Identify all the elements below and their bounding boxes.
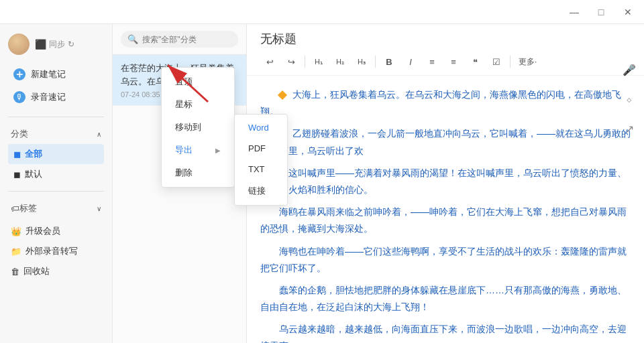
new-note-button[interactable]: ＋ 新建笔记 (8, 64, 104, 84)
star-label: 星标 (175, 98, 193, 111)
microphone-button[interactable]: 🎤 (619, 59, 640, 80)
sidebar-divider-2 (8, 191, 104, 192)
voice-note-button[interactable]: 🎙 录音速记 (8, 87, 104, 107)
checkbox-button[interactable]: ☑ (487, 54, 506, 70)
sidebar-item-trash[interactable]: 🗑 回收站 (0, 261, 112, 281)
chevron-down-icon: ∨ (97, 205, 101, 212)
tags-header[interactable]: 🏷 标签 ∨ (8, 198, 104, 218)
strikethrough-button[interactable]: ≡ (423, 54, 441, 70)
close-button[interactable]: ✕ (614, 0, 641, 24)
avatar[interactable] (8, 33, 30, 55)
main-layout: ⬛ 同步 ↻ ＋ 新建笔记 🎙 录音速记 分类 (0, 24, 644, 343)
h2-button[interactable]: H₂ (331, 54, 350, 70)
all-icon: ◼ (13, 149, 21, 159)
app-window: — □ ✕ ⬛ 同步 ↻ ＋ 新建笔记 (0, 0, 644, 343)
context-menu-item-move[interactable]: 移动到 (162, 116, 234, 139)
toolbar-sep-2 (375, 56, 376, 68)
editor-text-1: 大海上，狂风卷集着乌云。在乌云和大海之间，海燕像黑色的闪电，在高傲地飞翔。 (260, 89, 621, 117)
quote-button[interactable]: ❝ (466, 54, 484, 70)
maximize-button[interactable]: □ (588, 0, 614, 24)
search-input[interactable] (142, 35, 231, 44)
tags-label: 标签 (19, 202, 37, 214)
tags-section: 🏷 标签 ∨ (0, 196, 112, 221)
editor-para-5: 海鸭也在呻吟着——它们这些海鸭啊，享受不了生活的战斗的欢乐：轰隆隆的雷声就把它们… (260, 243, 631, 277)
sidebar-item-default[interactable]: ◼ 默认 (8, 164, 104, 184)
external-label: 外部录音转写 (25, 245, 78, 257)
trash-icon: 🗑 (11, 267, 19, 277)
context-menu: 置顶 星标 移动到 导出 ▶ 删除 (161, 67, 235, 188)
all-label: 全部 (25, 148, 42, 160)
category-header[interactable]: 分类 ∧ (8, 124, 104, 144)
editor-titlebar: 无标题 ↩ ↪ H₁ H₂ H₃ B I ≡ ≡ ❝ ☑ 更多· (247, 24, 644, 76)
voice-note-label: 录音速记 (31, 91, 66, 103)
sidebar-item-all[interactable]: ◼ 全部 (8, 144, 104, 164)
titlebar-controls: — □ ✕ (561, 0, 641, 24)
new-note-label: 新建笔记 (31, 68, 66, 80)
delete-label: 删除 (175, 167, 193, 179)
category-section: 分类 ∧ ◼ 全部 ◼ 默认 (0, 121, 112, 187)
move-label: 移动到 (175, 121, 201, 133)
context-menu-item-export[interactable]: 导出 ▶ (162, 139, 234, 161)
crown-icon: 👑 (11, 226, 21, 236)
share-button[interactable]: ↗ (619, 118, 640, 139)
sync-area: ⬛ 同步 ↻ (35, 39, 74, 50)
share-icon: ↗ (625, 123, 634, 135)
redo-button[interactable]: ↪ (282, 54, 301, 70)
h3-button[interactable]: H₃ (352, 54, 371, 70)
diamond-icon-1 (278, 90, 287, 100)
toolbar-sep-1 (305, 56, 305, 68)
pin-label: 置顶 (175, 76, 193, 88)
italic-button[interactable]: I (401, 54, 420, 70)
tag-icon: 🏷 (11, 204, 19, 214)
default-icon: ◼ (13, 169, 21, 180)
plus-icon: ＋ (13, 68, 25, 80)
mic-icon: 🎙 (13, 91, 25, 103)
sidebar-divider (8, 117, 104, 117)
search-bar: 🔍 (113, 24, 246, 55)
editor-para-4: 海鸥在暴风雨来临之前呻吟着，——呻吟着，它们在大海上飞窜，想把自己对暴风雨的恐惧… (260, 204, 631, 237)
submenu-item-pdf[interactable]: PDF (235, 138, 287, 159)
submenu-item-link[interactable]: 链接 (235, 180, 287, 202)
sidebar-item-upgrade[interactable]: 👑 升级会员 (0, 221, 112, 241)
submenu-item-word[interactable]: Word (235, 117, 287, 138)
sync-spinner-icon: ↻ (68, 40, 74, 49)
search-icon: 🔍 (127, 34, 138, 44)
submenu-arrow-icon: ▶ (215, 147, 221, 154)
export-submenu: Word PDF TXT 链接 (234, 114, 288, 206)
editor-text-7: 乌云越来越暗，越来越低，向海面直压下来，而波浪一边歌唱，一边冲向高空，去迎接雷声… (260, 324, 627, 343)
bold-button[interactable]: B (380, 54, 398, 70)
toolbar-sep-3 (510, 56, 511, 68)
editor-para-6: 蠢笨的企鹅，胆怯地把肥胖的身体躲藏在悬崖底下……只有那高傲的海燕，勇敢地、自由自… (260, 282, 631, 316)
editor-para-2: 乙翅膀碰着波浪，一会儿箭一般地直冲向乌云，它叫喊着，——就在这乌儿勇敢的叫喊声里… (260, 125, 631, 159)
editor-panel: 无标题 ↩ ↪ H₁ H₂ H₃ B I ≡ ≡ ❝ ☑ 更多· (247, 24, 644, 343)
undo-button[interactable]: ↩ (260, 54, 279, 70)
external-icon: 📁 (11, 247, 21, 257)
context-menu-item-star[interactable]: 星标 (162, 93, 234, 116)
context-menu-item-pin[interactable]: 置顶 (162, 70, 234, 93)
bookmark-icon: ⬦ (626, 93, 633, 105)
titlebar: — □ ✕ (0, 0, 644, 24)
upgrade-label: 升级会员 (25, 225, 60, 237)
export-label: 导出 (175, 144, 193, 156)
minimize-button[interactable]: — (561, 0, 588, 24)
submenu-item-txt[interactable]: TXT (235, 159, 287, 180)
list-button[interactable]: ≡ (444, 54, 463, 70)
editor-text-4: 海鸥在暴风雨来临之前呻吟着，——呻吟着，它们在大海上飞窜，想把自己对暴风雨的恐惧… (260, 206, 627, 234)
link-label: 链接 (248, 186, 266, 196)
microphone-icon: 🎤 (623, 64, 636, 76)
pdf-label: PDF (248, 143, 266, 153)
h1-button[interactable]: H₁ (309, 54, 328, 70)
editor-toolbar: ↩ ↪ H₁ H₂ H₃ B I ≡ ≡ ❝ ☑ 更多· (260, 51, 631, 72)
more-button[interactable]: 更多· (515, 54, 541, 70)
default-label: 默认 (25, 168, 42, 180)
sync-arrow-icon: ⬛ (35, 39, 46, 50)
sidebar-top: ⬛ 同步 ↻ (0, 29, 112, 59)
editor-title: 无标题 (260, 31, 631, 47)
editor-text-2: 乙翅膀碰着波浪，一会儿箭一般地直冲向乌云，它叫喊着，——就在这乌儿勇敢的叫喊声里… (260, 128, 631, 155)
sidebar-item-external[interactable]: 📁 外部录音转写 (0, 241, 112, 261)
editor-content[interactable]: 大海上，狂风卷集着乌云。在乌云和大海之间，海燕像黑色的闪电，在高傲地飞翔。 乙翅… (247, 76, 644, 343)
editor-para-7: 乌云越来越暗，越来越低，向海面直压下来，而波浪一边歌唱，一边冲向高空，去迎接雷声… (260, 321, 631, 343)
bookmark-button[interactable]: ⬦ (619, 88, 640, 110)
context-menu-item-delete[interactable]: 删除 (162, 161, 234, 184)
chevron-up-icon: ∧ (97, 131, 101, 138)
